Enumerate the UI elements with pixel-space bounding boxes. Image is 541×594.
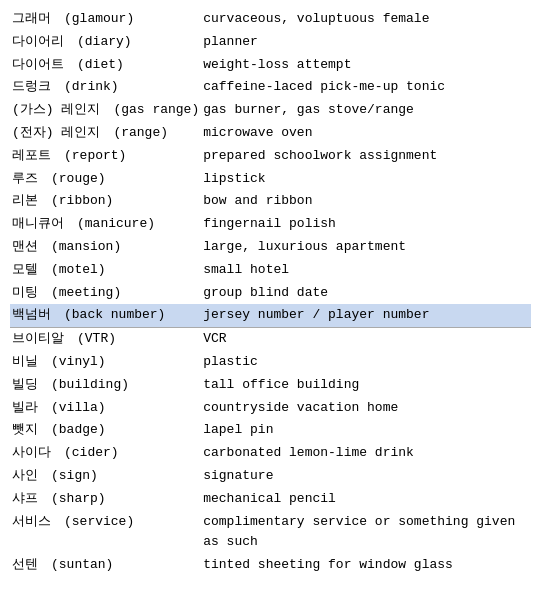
korean-term: 다이어리 (diary)	[10, 31, 201, 54]
korean-term: 브이티알 (VTR)	[10, 328, 201, 351]
korean-term: 매니큐어 (manicure)	[10, 213, 201, 236]
table-row: 사이다 (cider)carbonated lemon-lime drink	[10, 442, 531, 465]
korean-term: 루즈 (rouge)	[10, 168, 201, 191]
english-definition: carbonated lemon-lime drink	[201, 442, 531, 465]
english-definition: group blind date	[201, 282, 531, 305]
korean-term: 뺏지 (badge)	[10, 419, 201, 442]
english-definition: jersey number / player number	[201, 304, 531, 327]
table-row: 브이티알 (VTR)VCR	[10, 328, 531, 351]
korean-term: 레포트 (report)	[10, 145, 201, 168]
english-definition: mechanical pencil	[201, 488, 531, 511]
table-row: (전자) 레인지 (range)microwave oven	[10, 122, 531, 145]
table-row: 드렁크 (drink)caffeine-laced pick-me-up ton…	[10, 76, 531, 99]
korean-term: (전자) 레인지 (range)	[10, 122, 201, 145]
korean-term: 미팅 (meeting)	[10, 282, 201, 305]
english-definition: bow and ribbon	[201, 190, 531, 213]
table-row: 다이어트 (diet)weight-loss attempt	[10, 54, 531, 77]
table-row: 빌라 (villa)countryside vacation home	[10, 397, 531, 420]
table-row: 미팅 (meeting)group blind date	[10, 282, 531, 305]
vocabulary-table: 그래머 (glamour)curvaceous, voluptuous fema…	[10, 8, 531, 577]
korean-term: 빌딩 (building)	[10, 374, 201, 397]
table-row: 맨션 (mansion)large, luxurious apartment	[10, 236, 531, 259]
english-definition: microwave oven	[201, 122, 531, 145]
table-row: 루즈 (rouge)lipstick	[10, 168, 531, 191]
korean-term: (가스) 레인지 (gas range)	[10, 99, 201, 122]
table-row: 매니큐어 (manicure)fingernail polish	[10, 213, 531, 236]
table-row: 서비스 (service)complimentary service or so…	[10, 511, 531, 555]
korean-term: 사인 (sign)	[10, 465, 201, 488]
korean-term: 드렁크 (drink)	[10, 76, 201, 99]
english-definition: tall office building	[201, 374, 531, 397]
english-definition: signature	[201, 465, 531, 488]
english-definition: caffeine-laced pick-me-up tonic	[201, 76, 531, 99]
english-definition: weight-loss attempt	[201, 54, 531, 77]
english-definition: plastic	[201, 351, 531, 374]
english-definition: tinted sheeting for window glass	[201, 554, 531, 577]
korean-term: 서비스 (service)	[10, 511, 201, 555]
table-row: 비닐 (vinyl)plastic	[10, 351, 531, 374]
english-definition: gas burner, gas stove/range	[201, 99, 531, 122]
english-definition: VCR	[201, 328, 531, 351]
english-definition: lapel pin	[201, 419, 531, 442]
korean-term: 다이어트 (diet)	[10, 54, 201, 77]
table-row: 샤프 (sharp)mechanical pencil	[10, 488, 531, 511]
table-row: 모텔 (motel)small hotel	[10, 259, 531, 282]
english-definition: large, luxurious apartment	[201, 236, 531, 259]
table-row: 그래머 (glamour)curvaceous, voluptuous fema…	[10, 8, 531, 31]
korean-term: 빌라 (villa)	[10, 397, 201, 420]
korean-term: 선텐 (suntan)	[10, 554, 201, 577]
table-row: 다이어리 (diary)planner	[10, 31, 531, 54]
english-definition: small hotel	[201, 259, 531, 282]
korean-term: 맨션 (mansion)	[10, 236, 201, 259]
table-row: 선텐 (suntan)tinted sheeting for window gl…	[10, 554, 531, 577]
korean-term: 백넘버 (back number)	[10, 304, 201, 327]
table-row: 리본 (ribbon)bow and ribbon	[10, 190, 531, 213]
english-definition: planner	[201, 31, 531, 54]
table-row: 뺏지 (badge)lapel pin	[10, 419, 531, 442]
korean-term: 사이다 (cider)	[10, 442, 201, 465]
korean-term: 모텔 (motel)	[10, 259, 201, 282]
english-definition: prepared schoolwork assignment	[201, 145, 531, 168]
table-row: 레포트 (report)prepared schoolwork assignme…	[10, 145, 531, 168]
table-row: 백넘버 (back number)jersey number / player …	[10, 304, 531, 327]
korean-term: 리본 (ribbon)	[10, 190, 201, 213]
korean-term: 샤프 (sharp)	[10, 488, 201, 511]
table-row: (가스) 레인지 (gas range)gas burner, gas stov…	[10, 99, 531, 122]
korean-term: 그래머 (glamour)	[10, 8, 201, 31]
table-row: 사인 (sign)signature	[10, 465, 531, 488]
english-definition: fingernail polish	[201, 213, 531, 236]
english-definition: countryside vacation home	[201, 397, 531, 420]
english-definition: curvaceous, voluptuous female	[201, 8, 531, 31]
english-definition: complimentary service or something given…	[201, 511, 531, 555]
korean-term: 비닐 (vinyl)	[10, 351, 201, 374]
english-definition: lipstick	[201, 168, 531, 191]
table-row: 빌딩 (building)tall office building	[10, 374, 531, 397]
